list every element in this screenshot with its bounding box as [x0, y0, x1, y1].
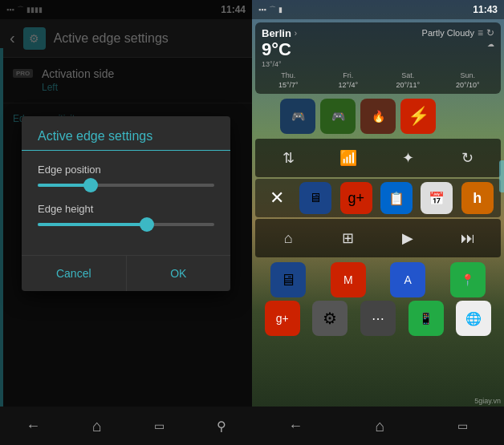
dialog-title: Active edge settings	[22, 116, 230, 151]
forecast-fri-name: Fri.	[322, 71, 376, 79]
right-wifi-icon: ⌒	[269, 5, 276, 15]
app-gmail[interactable]: M	[331, 262, 366, 297]
home-icon[interactable]: ⌂	[274, 224, 303, 253]
forecast-sat-name: Sat.	[381, 71, 435, 79]
app-icon-game2[interactable]: 🎮	[320, 99, 356, 134]
dock-row: ✕ 🖥 g+ 📋 📅 h	[255, 179, 501, 217]
right-edge-handle[interactable]	[499, 160, 504, 192]
time-right: 11:43	[473, 4, 498, 15]
qs-rotate-icon[interactable]: ↻	[453, 144, 482, 172]
forecast-sun: Sun. 20°/10°	[441, 71, 495, 89]
edge-position-track[interactable]	[38, 184, 214, 187]
app-monitor[interactable]: 🖥	[299, 182, 331, 214]
forecast-sat-temp: 20°/11°	[381, 81, 435, 89]
edge-height-label: Edge height	[38, 203, 214, 215]
app-h[interactable]: h	[461, 182, 494, 214]
bottom-apps-row1: 🖥 M A 📍	[252, 259, 504, 301]
app-bottom-gplus[interactable]: g+	[265, 301, 300, 336]
weather-condition: Partly Cloudy	[422, 28, 474, 38]
app-maps[interactable]: 📍	[450, 262, 486, 297]
forecast-sat: Sat. 20°/11°	[381, 71, 435, 89]
forecast-thu-temp: 15°/7°	[262, 81, 315, 89]
home-nav-icon[interactable]: ⌂	[92, 417, 102, 435]
dialog-box: Active edge settings Edge position Edge …	[22, 116, 230, 291]
right-signal-icon: ▪▪▪	[258, 6, 266, 14]
spacer1	[441, 99, 476, 134]
right-panel: ▪▪▪ ⌒ ▮ 11:43 Berlin › 9°C 13°/4° Partly…	[252, 0, 504, 445]
forecast-fri-temp: 12°/4°	[322, 81, 376, 89]
close-icon-btn[interactable]: ✕	[262, 184, 291, 212]
app-gplus[interactable]: g+	[340, 182, 372, 214]
dialog-overlay: Active edge settings Edge position Edge …	[0, 0, 252, 407]
status-bar-right: ▪▪▪ ⌒ ▮ 11:43	[252, 0, 504, 19]
weather-top: Berlin › 9°C 13°/4° Partly Cloudy ≡ ↻ ☁	[262, 27, 494, 68]
edge-height-fill	[38, 223, 147, 226]
edge-height-thumb[interactable]	[140, 217, 154, 232]
edge-position-label: Edge position	[38, 164, 214, 176]
bottom-shortcut-bar: ⌂ ⊞ ▶ ⏭	[255, 219, 501, 257]
forecast-fri: Fri. 12°/4°	[322, 71, 376, 89]
back-nav-icon[interactable]: ←	[26, 418, 40, 435]
play-icon[interactable]: ▶	[393, 224, 422, 253]
dialog-body: Edge position Edge height	[22, 151, 230, 255]
weather-temp: 9°C	[262, 39, 297, 60]
app-cal[interactable]: 📅	[421, 182, 453, 214]
qs-sync-icon[interactable]: ⇅	[274, 144, 303, 172]
forecast-thu-name: Thu.	[262, 71, 315, 79]
bottom-apps-row2: g+ ⚙ ⋯ 📱 🌐	[252, 301, 504, 339]
qs-bluetooth-icon[interactable]: ✦	[393, 144, 422, 172]
weather-city: Berlin	[262, 27, 291, 39]
home-nav-right[interactable]: ⌂	[375, 417, 384, 435]
app-whatsapp[interactable]: 📱	[408, 301, 444, 336]
app-icon-flash[interactable]: ⚡	[400, 99, 436, 134]
right-status-icons: ▪▪▪ ⌒ ▮	[258, 5, 282, 15]
recents-nav-right[interactable]: ▭	[457, 419, 468, 432]
weather-lowhigh: 13°/4°	[262, 60, 297, 68]
forecast-thu: Thu. 15°/7°	[262, 71, 315, 89]
watermark: 5giay.vn	[474, 397, 501, 405]
weather-menu-icon: ≡	[478, 27, 483, 38]
weather-left: Berlin › 9°C 13°/4°	[262, 27, 297, 68]
search-nav-icon[interactable]: ⚲	[217, 419, 226, 434]
right-battery-icon: ▮	[278, 6, 282, 14]
app-chrome[interactable]: 🌐	[456, 301, 491, 336]
grid-icon[interactable]: ⊞	[334, 224, 363, 253]
app-icon-game3[interactable]: 🔥	[360, 99, 396, 134]
quick-settings-bar: ⇅ 📶 ✦ ↻	[255, 139, 501, 177]
app-settings[interactable]: ⚙	[312, 301, 348, 336]
weather-city-chevron: ›	[295, 29, 297, 38]
dialog-actions: Cancel OK	[22, 255, 230, 291]
bottom-nav-left: ← ⌂ ▭ ⚲	[0, 407, 252, 445]
app-blue[interactable]: 📋	[380, 182, 413, 214]
edge-position-thumb[interactable]	[83, 178, 98, 192]
app-row-1: 🎮 🎮 🔥 ⚡	[252, 95, 504, 137]
forecast-sun-name: Sun.	[441, 71, 495, 79]
app-dots[interactable]: ⋯	[360, 301, 396, 336]
left-panel: ▪▪▪ ⌒ ▮▮▮▮ 11:44 ‹ ⚙ Active edge setting…	[0, 0, 252, 445]
bottom-nav-right: ← ⌂ ▭	[252, 407, 504, 445]
back-nav-right[interactable]: ←	[288, 418, 303, 435]
edge-height-track[interactable]	[38, 223, 214, 226]
app-bottom-monitor[interactable]: 🖥	[270, 262, 306, 297]
app-translate[interactable]: A	[390, 262, 425, 297]
qs-wifi-icon[interactable]: 📶	[334, 144, 363, 172]
weather-refresh-icon[interactable]: ↻	[486, 27, 494, 38]
weather-right: Partly Cloudy ≡ ↻ ☁	[422, 27, 494, 48]
weather-forecast: Thu. 15°/7° Fri. 12°/4° Sat. 20°/11° Sun…	[262, 71, 494, 89]
cancel-button[interactable]: Cancel	[22, 256, 127, 291]
ok-button[interactable]: OK	[127, 256, 231, 291]
forecast-sun-temp: 20°/10°	[441, 81, 495, 89]
skip-icon[interactable]: ⏭	[453, 224, 482, 253]
app-icon-game1[interactable]: 🎮	[280, 99, 315, 134]
recents-nav-icon[interactable]: ▭	[154, 419, 165, 432]
weather-widget[interactable]: Berlin › 9°C 13°/4° Partly Cloudy ≡ ↻ ☁ …	[255, 22, 501, 94]
